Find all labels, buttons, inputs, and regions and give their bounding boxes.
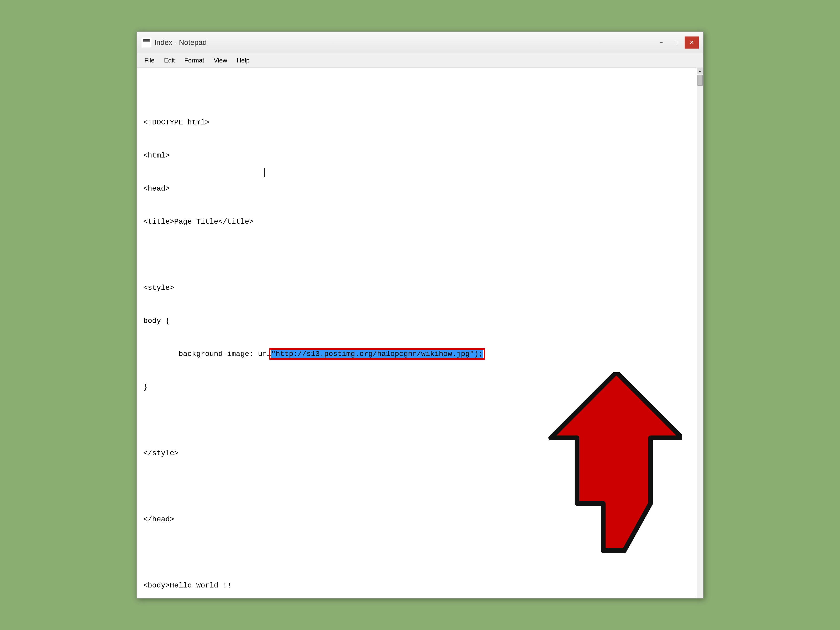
title-bar-left: Index - Notepad bbox=[141, 37, 207, 48]
line-13: </head> bbox=[143, 514, 690, 525]
line-9: } bbox=[143, 382, 690, 393]
editor-content: <!DOCTYPE html> <html> <head> <title>Pag… bbox=[143, 95, 690, 598]
line-15: <body>Hello World !! bbox=[143, 580, 690, 591]
notepad-window: Index - Notepad − □ ✕ File Edit Format V… bbox=[136, 32, 704, 598]
line-6: <style> bbox=[143, 283, 690, 294]
maximize-button[interactable]: □ bbox=[669, 36, 684, 49]
line-1: <!DOCTYPE html> bbox=[143, 117, 690, 128]
line-5 bbox=[143, 249, 690, 261]
scrollbar-vertical[interactable]: ▲ bbox=[697, 68, 703, 598]
menu-file[interactable]: File bbox=[140, 55, 159, 66]
title-bar-controls: − □ ✕ bbox=[654, 36, 699, 49]
line-8: background-image: url"http://s13.postimg… bbox=[143, 349, 690, 360]
menu-view[interactable]: View bbox=[210, 55, 232, 66]
minimize-button[interactable]: − bbox=[654, 36, 668, 49]
url-selected-text: "http://s13.postimg.org/ha1opcgnr/wikiho… bbox=[271, 350, 483, 358]
scroll-thumb[interactable] bbox=[698, 75, 703, 85]
scroll-up-button[interactable]: ▲ bbox=[697, 68, 703, 74]
line-12 bbox=[143, 481, 690, 492]
text-cursor bbox=[264, 168, 265, 177]
editor-container: <!DOCTYPE html> <html> <head> <title>Pag… bbox=[137, 68, 703, 598]
menu-bar: File Edit Format View Help bbox=[137, 53, 703, 68]
window-title: Index - Notepad bbox=[154, 38, 207, 47]
url-selection-wrapper: "http://s13.postimg.org/ha1opcgnr/wikiho… bbox=[271, 350, 483, 358]
text-editor[interactable]: <!DOCTYPE html> <html> <head> <title>Pag… bbox=[137, 68, 697, 598]
menu-edit[interactable]: Edit bbox=[160, 55, 179, 66]
line-10 bbox=[143, 415, 690, 426]
line-2: <html> bbox=[143, 150, 690, 161]
line-4: <title>Page Title</title> bbox=[143, 216, 690, 227]
line-3: <head> bbox=[143, 183, 690, 194]
line-7: body { bbox=[143, 316, 690, 327]
close-button[interactable]: ✕ bbox=[685, 36, 699, 49]
menu-help[interactable]: Help bbox=[232, 55, 254, 66]
notepad-app-icon bbox=[141, 37, 152, 48]
line-11: </style> bbox=[143, 448, 690, 459]
line-14 bbox=[143, 547, 690, 558]
menu-format[interactable]: Format bbox=[180, 55, 208, 66]
title-bar: Index - Notepad − □ ✕ bbox=[137, 32, 703, 53]
